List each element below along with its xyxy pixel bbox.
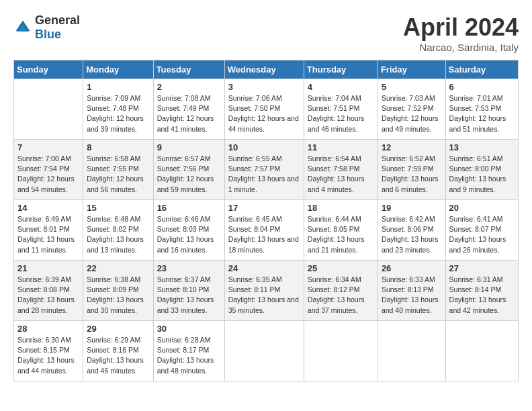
week-row-5: 28Sunrise: 6:30 AMSunset: 8:15 PMDayligh…	[14, 321, 519, 381]
month-title: April 2024	[403, 13, 519, 42]
day-info: Sunrise: 6:34 AMSunset: 8:12 PMDaylight:…	[308, 275, 374, 316]
calendar-cell: 2Sunrise: 7:08 AMSunset: 7:49 PMDaylight…	[153, 79, 224, 140]
day-info: Sunrise: 6:37 AMSunset: 8:10 PMDaylight:…	[157, 275, 221, 316]
day-info: Sunrise: 7:03 AMSunset: 7:52 PMDaylight:…	[382, 93, 442, 134]
day-info: Sunrise: 6:49 AMSunset: 8:01 PMDaylight:…	[17, 214, 79, 255]
calendar-cell: 30Sunrise: 6:28 AMSunset: 8:17 PMDayligh…	[153, 321, 224, 381]
day-info: Sunrise: 6:41 AMSunset: 8:07 PMDaylight:…	[449, 214, 515, 255]
weekday-header-saturday: Saturday	[445, 60, 518, 79]
day-number: 13	[449, 142, 515, 152]
day-info: Sunrise: 6:35 AMSunset: 8:11 PMDaylight:…	[228, 275, 300, 316]
calendar-cell: 20Sunrise: 6:41 AMSunset: 8:07 PMDayligh…	[445, 200, 518, 261]
day-number: 1	[87, 82, 149, 92]
day-info: Sunrise: 6:52 AMSunset: 7:59 PMDaylight:…	[382, 154, 442, 195]
day-info: Sunrise: 6:39 AMSunset: 8:08 PMDaylight:…	[17, 275, 79, 316]
location-title: Narcao, Sardinia, Italy	[403, 42, 519, 53]
day-number: 4	[308, 82, 374, 92]
calendar-cell: 23Sunrise: 6:37 AMSunset: 8:10 PMDayligh…	[153, 261, 224, 321]
day-info: Sunrise: 7:00 AMSunset: 7:54 PMDaylight:…	[17, 154, 79, 195]
day-info: Sunrise: 7:06 AMSunset: 7:50 PMDaylight:…	[228, 93, 300, 134]
weekday-header-row: SundayMondayTuesdayWednesdayThursdayFrid…	[14, 60, 519, 79]
day-number: 22	[87, 263, 149, 273]
calendar-cell: 8Sunrise: 6:58 AMSunset: 7:55 PMDaylight…	[83, 140, 153, 200]
calendar-cell	[224, 321, 304, 381]
day-number: 25	[308, 263, 374, 273]
day-number: 23	[157, 263, 221, 273]
calendar-cell: 19Sunrise: 6:42 AMSunset: 8:06 PMDayligh…	[378, 200, 445, 261]
weekday-header-monday: Monday	[83, 60, 153, 79]
day-number: 26	[382, 263, 442, 273]
day-number: 19	[382, 203, 442, 213]
weekday-header-friday: Friday	[378, 60, 445, 79]
day-info: Sunrise: 6:57 AMSunset: 7:56 PMDaylight:…	[157, 154, 221, 195]
day-number: 2	[157, 82, 221, 92]
day-number: 15	[87, 203, 149, 213]
day-number: 7	[17, 142, 79, 152]
day-info: Sunrise: 6:28 AMSunset: 8:17 PMDaylight:…	[157, 335, 221, 376]
calendar-cell: 29Sunrise: 6:29 AMSunset: 8:16 PMDayligh…	[83, 321, 153, 381]
day-number: 17	[228, 203, 300, 213]
calendar-cell: 10Sunrise: 6:55 AMSunset: 7:57 PMDayligh…	[224, 140, 304, 200]
day-info: Sunrise: 6:45 AMSunset: 8:04 PMDaylight:…	[228, 214, 300, 255]
day-info: Sunrise: 6:33 AMSunset: 8:13 PMDaylight:…	[382, 275, 442, 316]
calendar-cell: 17Sunrise: 6:45 AMSunset: 8:04 PMDayligh…	[224, 200, 304, 261]
day-info: Sunrise: 6:30 AMSunset: 8:15 PMDaylight:…	[17, 335, 79, 376]
weekday-header-wednesday: Wednesday	[224, 60, 304, 79]
day-info: Sunrise: 6:58 AMSunset: 7:55 PMDaylight:…	[87, 154, 149, 195]
day-number: 27	[449, 263, 515, 273]
day-info: Sunrise: 6:38 AMSunset: 8:09 PMDaylight:…	[87, 275, 149, 316]
calendar-cell: 4Sunrise: 7:04 AMSunset: 7:51 PMDaylight…	[304, 79, 378, 140]
day-number: 10	[228, 142, 300, 152]
calendar-cell: 27Sunrise: 6:31 AMSunset: 8:14 PMDayligh…	[445, 261, 518, 321]
day-number: 18	[308, 203, 374, 213]
week-row-1: 1Sunrise: 7:09 AMSunset: 7:48 PMDaylight…	[14, 79, 519, 140]
day-number: 3	[228, 82, 300, 92]
day-number: 9	[157, 142, 221, 152]
calendar-cell: 26Sunrise: 6:33 AMSunset: 8:13 PMDayligh…	[378, 261, 445, 321]
calendar-cell	[378, 321, 445, 381]
day-number: 8	[87, 142, 149, 152]
calendar-cell: 24Sunrise: 6:35 AMSunset: 8:11 PMDayligh…	[224, 261, 304, 321]
calendar-cell: 21Sunrise: 6:39 AMSunset: 8:08 PMDayligh…	[14, 261, 83, 321]
week-row-2: 7Sunrise: 7:00 AMSunset: 7:54 PMDaylight…	[14, 140, 519, 200]
logo-general: General	[35, 13, 80, 27]
day-info: Sunrise: 7:01 AMSunset: 7:53 PMDaylight:…	[449, 93, 515, 134]
day-info: Sunrise: 6:42 AMSunset: 8:06 PMDaylight:…	[382, 214, 442, 255]
calendar-cell: 13Sunrise: 6:51 AMSunset: 8:00 PMDayligh…	[445, 140, 518, 200]
day-number: 12	[382, 142, 442, 152]
calendar-cell	[304, 321, 378, 381]
day-info: Sunrise: 6:31 AMSunset: 8:14 PMDaylight:…	[449, 275, 515, 316]
day-number: 28	[17, 324, 79, 334]
calendar-cell: 11Sunrise: 6:54 AMSunset: 7:58 PMDayligh…	[304, 140, 378, 200]
calendar-cell: 7Sunrise: 7:00 AMSunset: 7:54 PMDaylight…	[14, 140, 83, 200]
calendar-cell: 15Sunrise: 6:48 AMSunset: 8:02 PMDayligh…	[83, 200, 153, 261]
weekday-header-sunday: Sunday	[14, 60, 83, 79]
logo-text: General Blue	[35, 13, 80, 42]
day-number: 30	[157, 324, 221, 334]
calendar-cell: 25Sunrise: 6:34 AMSunset: 8:12 PMDayligh…	[304, 261, 378, 321]
calendar-cell: 5Sunrise: 7:03 AMSunset: 7:52 PMDaylight…	[378, 79, 445, 140]
logo-blue: Blue	[35, 28, 61, 41]
calendar-cell: 1Sunrise: 7:09 AMSunset: 7:48 PMDaylight…	[83, 79, 153, 140]
day-number: 11	[308, 142, 374, 152]
day-info: Sunrise: 6:55 AMSunset: 7:57 PMDaylight:…	[228, 154, 300, 195]
day-info: Sunrise: 7:08 AMSunset: 7:49 PMDaylight:…	[157, 93, 221, 134]
logo: General Blue	[13, 13, 80, 42]
calendar-cell: 28Sunrise: 6:30 AMSunset: 8:15 PMDayligh…	[14, 321, 83, 381]
day-info: Sunrise: 6:46 AMSunset: 8:03 PMDaylight:…	[157, 214, 221, 255]
day-number: 6	[449, 82, 515, 92]
calendar-cell: 3Sunrise: 7:06 AMSunset: 7:50 PMDaylight…	[224, 79, 304, 140]
day-info: Sunrise: 6:48 AMSunset: 8:02 PMDaylight:…	[87, 214, 149, 255]
logo-icon	[13, 18, 32, 37]
day-number: 20	[449, 203, 515, 213]
day-info: Sunrise: 6:29 AMSunset: 8:16 PMDaylight:…	[87, 335, 149, 376]
weekday-header-tuesday: Tuesday	[153, 60, 224, 79]
day-number: 29	[87, 324, 149, 334]
day-number: 16	[157, 203, 221, 213]
day-number: 14	[17, 203, 79, 213]
calendar-cell: 18Sunrise: 6:44 AMSunset: 8:05 PMDayligh…	[304, 200, 378, 261]
day-number: 5	[382, 82, 442, 92]
day-number: 21	[17, 263, 79, 273]
week-row-3: 14Sunrise: 6:49 AMSunset: 8:01 PMDayligh…	[14, 200, 519, 261]
calendar-cell: 22Sunrise: 6:38 AMSunset: 8:09 PMDayligh…	[83, 261, 153, 321]
